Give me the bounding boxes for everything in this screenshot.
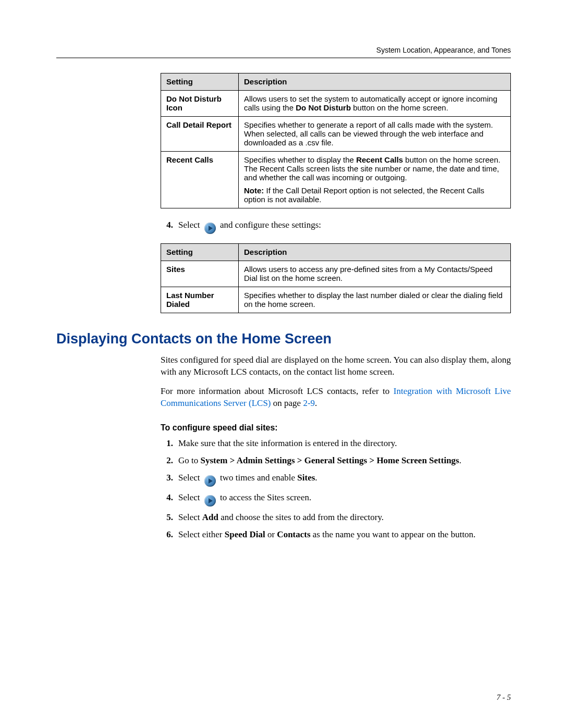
body-paragraph: Sites configured for speed dial are disp…: [161, 354, 511, 378]
settings-table-1: Setting Description Do Not Disturb Icon …: [161, 73, 511, 208]
step-body: Select two times and enable Sites.: [178, 472, 511, 487]
text-bold: Recent Calls: [356, 155, 403, 164]
table-row: Recent Calls Specifies whether to displa…: [161, 152, 511, 208]
text: to access the Sites screen.: [218, 492, 311, 502]
text: or: [265, 529, 277, 539]
next-arrow-icon: [204, 223, 216, 234]
step-3: Select two times and enable Sites.: [161, 472, 511, 487]
text: .: [459, 455, 461, 465]
setting-desc: Specifies whether to generate a report o…: [239, 117, 511, 152]
table-row: Last Number Dialed Specifies whether to …: [161, 287, 511, 313]
header-rule: [56, 57, 511, 58]
text-bold: Sites: [297, 473, 315, 483]
setting-desc: Specifies whether to display the last nu…: [239, 287, 511, 313]
step-body: Select and configure these settings:: [178, 220, 511, 234]
table-row: Call Detail Report Specifies whether to …: [161, 117, 511, 152]
next-arrow-icon: [204, 475, 216, 487]
content-block: Setting Description Do Not Disturb Icon …: [161, 73, 511, 313]
text: For more information about Microsoft LCS…: [161, 386, 394, 396]
text: Go to: [178, 455, 201, 465]
text-bold: Speed Dial: [225, 529, 265, 539]
step-number: 4.: [161, 220, 173, 230]
setting-name: Last Number Dialed: [161, 287, 239, 313]
text-bold: Note:: [244, 186, 264, 195]
text: and choose the sites to add from the dir…: [218, 512, 384, 522]
procedure-subhead: To configure speed dial sites:: [161, 423, 511, 433]
table-header-setting: Setting: [161, 244, 239, 261]
text: Select: [178, 220, 202, 230]
section-heading: Displaying Contacts on the Home Screen: [56, 331, 511, 347]
table-header-setting: Setting: [161, 73, 239, 91]
text: button on the home screen.: [351, 103, 448, 112]
step-body: Select to access the Sites screen.: [178, 492, 511, 507]
setting-desc: Allows users to set the system to automa…: [239, 91, 511, 117]
step-body: Select Add and choose the sites to add f…: [178, 512, 511, 524]
text: Select either: [178, 529, 225, 539]
step-6: Select either Speed Dial or Contacts as …: [161, 529, 511, 541]
table-row: Sites Allows users to access any pre-def…: [161, 261, 511, 287]
table-row: Do Not Disturb Icon Allows users to set …: [161, 91, 511, 117]
text: Select: [178, 492, 202, 502]
step-4: 4. Select and configure these settings:: [161, 220, 511, 234]
text: Specifies whether to generate a report o…: [244, 120, 505, 147]
page-number: 7 - 5: [497, 693, 511, 702]
text-bold: Do Not Disturb: [296, 103, 351, 112]
setting-name: Recent Calls: [161, 152, 239, 208]
step-body: Go to System > Admin Settings > General …: [178, 455, 511, 467]
settings-table-2: Setting Description Sites Allows users t…: [161, 243, 511, 313]
table-header-description: Description: [239, 244, 511, 261]
setting-name: Do Not Disturb Icon: [161, 91, 239, 117]
setting-desc: Specifies whether to display the Recent …: [239, 152, 511, 208]
text-bold: Add: [202, 512, 218, 522]
step-body: Select either Speed Dial or Contacts as …: [178, 529, 511, 541]
step-body: Make sure that the site information is e…: [178, 438, 511, 450]
next-arrow-icon: [204, 495, 216, 507]
text: .: [315, 398, 317, 408]
table-header-description: Description: [239, 73, 511, 91]
step-5: Select Add and choose the sites to add f…: [161, 512, 511, 524]
running-header: System Location, Appearance, and Tones: [56, 46, 511, 54]
setting-name: Call Detail Report: [161, 117, 239, 152]
content-block-2: Sites configured for speed dial are disp…: [161, 354, 511, 541]
procedure-steps: Make sure that the site information is e…: [161, 438, 511, 541]
text: .: [315, 473, 317, 483]
text: and configure these settings:: [220, 220, 321, 230]
text: Select: [178, 473, 202, 483]
page-reference-link[interactable]: 2-9: [303, 398, 315, 408]
step-1: Make sure that the site information is e…: [161, 438, 511, 450]
step-4: Select to access the Sites screen.: [161, 492, 511, 507]
text: Specifies whether to display the: [244, 155, 356, 164]
page: System Location, Appearance, and Tones S…: [0, 0, 563, 728]
text-bold: System > Admin Settings > General Settin…: [201, 455, 459, 465]
body-paragraph: For more information about Microsoft LCS…: [161, 386, 511, 410]
step-2: Go to System > Admin Settings > General …: [161, 455, 511, 467]
text: If the Call Detail Report option is not …: [244, 186, 484, 204]
setting-name: Sites: [161, 261, 239, 287]
text-bold: Contacts: [277, 529, 310, 539]
setting-desc: Allows users to access any pre-defined s…: [239, 261, 511, 287]
text: Select: [178, 512, 202, 522]
text: two times and enable: [218, 473, 298, 483]
text: as the name you want to appear on the bu…: [311, 529, 476, 539]
text: on page: [271, 398, 303, 408]
